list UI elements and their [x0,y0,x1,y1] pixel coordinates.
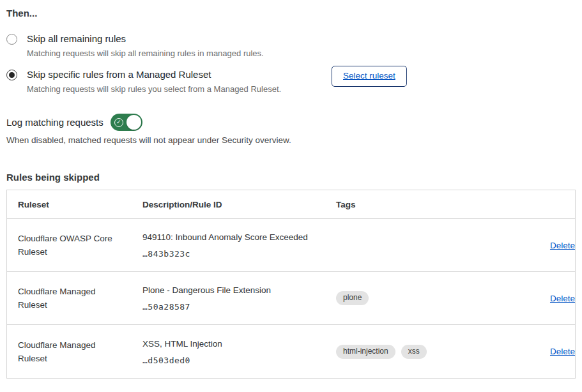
column-header-tags: Tags [336,190,472,219]
rule-description: 949110: Inbound Anomaly Score Exceeded [142,232,336,243]
tags-cell: html-injectionxss [336,345,472,359]
log-matching-toggle[interactable]: ✓ [111,114,142,131]
option-skip-specific-rules: Skip specific rules from a Managed Rules… [6,68,574,95]
option-text: Skip specific rules from a Managed Rules… [27,68,281,95]
option-description: Matching requests will skip rules you se… [27,84,281,95]
log-matching-description: When disabled, matched requests will not… [6,135,574,146]
tag-chip: plone [336,291,369,305]
check-icon: ✓ [114,118,123,127]
rules-table: Ruleset Description/Rule ID Tags Cloudfl… [6,190,576,379]
action-options: Skip all remaining rules Matching reques… [6,33,574,95]
column-header-ruleset: Ruleset [7,190,142,219]
tag-chip: html-injection [336,345,395,359]
delete-link[interactable]: Delete [550,347,575,356]
radio-skip-specific-rules[interactable] [6,70,17,80]
select-ruleset-button[interactable]: Select ruleset [332,66,407,87]
table-header-row: Ruleset Description/Rule ID Tags [7,190,575,219]
option-description: Matching requests will skip all remainin… [27,48,264,59]
log-matching-label: Log matching requests [6,116,103,129]
table-row: Cloudflare Managed Ruleset XSS, HTML Inj… [7,325,575,378]
ruleset-name: Cloudflare Managed Ruleset [18,285,142,312]
rule-description: Plone - Dangerous File Extension [142,285,336,296]
option-label[interactable]: Skip all remaining rules [27,33,264,45]
delete-link[interactable]: Delete [550,294,575,303]
radio-skip-all-rules[interactable] [6,34,17,45]
tag-chip: xss [401,345,427,359]
ruleset-name: Cloudflare Managed Ruleset [18,338,142,365]
toggle-knob [126,115,141,130]
table-row: Cloudflare OWASP Core Ruleset 949110: In… [7,219,575,272]
then-section-title: Then... [6,8,574,19]
waf-rule-config-page: Then... Skip all remaining rules Matchin… [0,0,582,379]
ruleset-name: Cloudflare OWASP Core Ruleset [18,232,142,259]
rule-id: …d503ded0 [142,356,336,365]
delete-link[interactable]: Delete [550,241,575,250]
radio-dot [9,72,15,78]
tags-cell: plone [336,291,472,305]
rules-table-body: Cloudflare OWASP Core Ruleset 949110: In… [7,219,575,378]
rule-id: …843b323c [142,249,336,259]
option-label[interactable]: Skip specific rules from a Managed Rules… [27,68,281,81]
column-header-description: Description/Rule ID [142,190,336,219]
table-row: Cloudflare Managed Ruleset Plone - Dange… [7,272,575,325]
log-matching-row: Log matching requests ✓ [6,114,574,131]
option-text: Skip all remaining rules Matching reques… [27,33,264,59]
rule-description: XSS, HTML Injection [142,338,336,350]
option-skip-all-rules: Skip all remaining rules Matching reques… [6,33,574,59]
rules-table-title: Rules being skipped [6,172,574,183]
rule-id: …50a28587 [142,302,336,312]
column-header-actions [472,190,575,219]
